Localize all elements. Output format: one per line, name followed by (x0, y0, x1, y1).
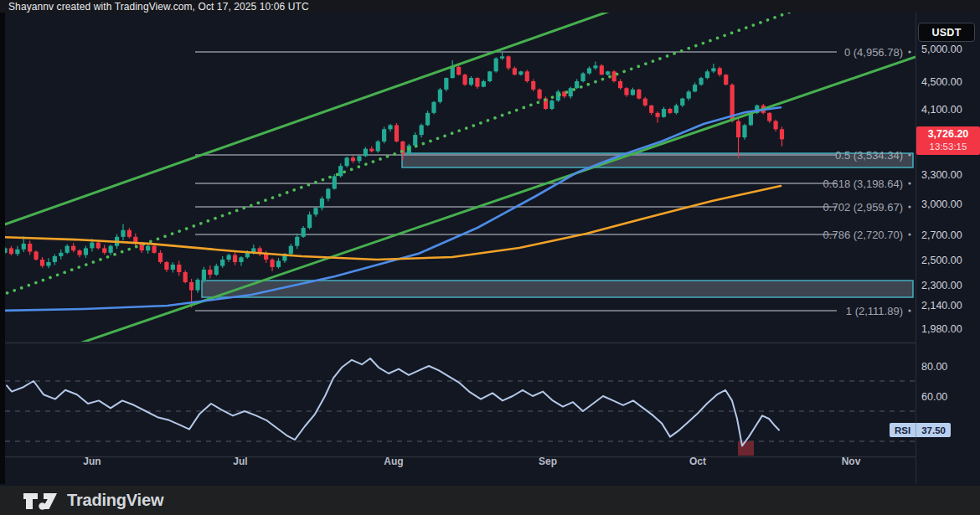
candle-body (127, 230, 132, 237)
fib-level-label: 1 (2,111.89) (846, 305, 903, 317)
candle-body (220, 260, 224, 266)
candle-body (208, 270, 212, 275)
candle-body (451, 67, 455, 78)
price-axis-label: 5,000.00 (921, 44, 962, 55)
candle-body (395, 125, 399, 141)
candle-body (487, 71, 492, 81)
candle-body (59, 253, 63, 256)
rsi-axis-label: 60.00 (921, 391, 947, 403)
candle-body (302, 228, 306, 237)
candle-body (345, 157, 349, 166)
candle-body (500, 56, 504, 58)
candle-body (382, 129, 386, 142)
rsi-value-badge[interactable]: RSI 37.50 (890, 423, 951, 437)
chart-canvas[interactable]: 0 (4,956.78)0.5 (3,534.34)0.618 (3,198.6… (0, 0, 980, 486)
candle-body (84, 248, 88, 255)
last-price-badge: 3,726.20 13:53:15 (916, 126, 980, 155)
candle-body (444, 78, 448, 90)
candle-body (525, 71, 529, 81)
candle-body (9, 248, 13, 254)
candle-body (90, 243, 94, 249)
candle-body (606, 71, 610, 75)
candle-body (482, 81, 486, 87)
candle-body (420, 125, 424, 135)
candle-body (364, 149, 368, 157)
candle-body (711, 68, 715, 71)
month-label-sep: Sep (539, 456, 557, 467)
month-label-jul: Jul (233, 456, 247, 467)
candle-body (631, 90, 635, 95)
price-axis-label: 3,300.00 (921, 169, 962, 181)
candle-body (28, 244, 32, 252)
candle-body (699, 78, 703, 85)
candle-body (46, 262, 50, 266)
candle-body (202, 270, 206, 280)
candle-body (171, 265, 175, 270)
candle-body (718, 68, 722, 75)
candle-body (736, 121, 740, 137)
tradingview-logo-icon (22, 488, 59, 513)
candle-body (295, 237, 299, 246)
candle-body (338, 166, 343, 176)
month-label-jun: Jun (83, 456, 101, 467)
candle-body (313, 208, 317, 214)
month-label-oct: Oct (689, 456, 706, 467)
candle-body (475, 78, 479, 87)
candle-body (326, 189, 330, 199)
rsi-pane[interactable] (5, 358, 916, 456)
candle-body (693, 85, 697, 91)
candle-body (34, 251, 39, 260)
last-price-value: 3,726.20 (928, 128, 969, 141)
price-axis[interactable]: 5,000.004,500.004,100.003,300.003,000.00… (921, 44, 962, 403)
candle-body (680, 99, 684, 106)
candle-body (426, 113, 430, 126)
candle-body (580, 74, 585, 81)
candle-body (388, 125, 392, 129)
rsi-label: RSI (890, 423, 916, 437)
candle-body (742, 125, 746, 137)
candle-body (687, 91, 691, 98)
candle-body (569, 88, 573, 96)
fib-label-bullet (908, 205, 910, 208)
rsi-axis-label: 80.00 (921, 361, 947, 373)
candle-body (195, 280, 199, 291)
candle-body (96, 243, 101, 249)
candle-body (456, 67, 461, 75)
candle-body (152, 246, 156, 253)
tradingview-chart-window: Shayannv created with TradingView.com, O… (0, 0, 980, 515)
fib-level-label: 0 (4,956.78) (844, 46, 903, 59)
fib-level-label: 0.618 (3,198.64) (823, 178, 903, 190)
quote-currency-chip[interactable]: USDT (918, 23, 975, 42)
dotted-trendline[interactable] (0, 8, 802, 296)
rsi-marker-box (738, 441, 754, 456)
candle-body (214, 266, 219, 276)
main-pane[interactable] (0, 8, 916, 343)
bar-countdown: 13:53:15 (930, 141, 967, 153)
candle-body (506, 56, 510, 68)
candle-body (158, 253, 162, 262)
fib-level-label: 0.702 (2,959.67) (823, 201, 903, 214)
candlestick-series[interactable] (3, 51, 784, 307)
candle-body (413, 135, 417, 146)
candle-body (270, 260, 274, 267)
candle-body (518, 71, 523, 75)
candle-body (649, 106, 653, 113)
candle-body (674, 106, 678, 113)
candle-body (233, 255, 237, 262)
candle-body (494, 59, 498, 72)
channel-upper-trendline[interactable] (0, 8, 620, 226)
price-axis-label: 3,000.00 (921, 198, 962, 210)
left-edge-strip (0, 13, 5, 484)
candle-body (65, 246, 70, 253)
candle-body (587, 68, 591, 73)
candle-body (369, 149, 374, 152)
candle-body (189, 282, 193, 291)
candle-body (662, 109, 666, 117)
rsi-line (7, 358, 779, 445)
month-label-nov: Nov (842, 456, 861, 467)
footer-bar: TradingView (0, 486, 980, 515)
price-axis-label: 4,500.00 (921, 76, 962, 88)
candle-body (102, 248, 106, 252)
candle-body (71, 246, 75, 250)
fib-label-bullet (908, 182, 910, 184)
